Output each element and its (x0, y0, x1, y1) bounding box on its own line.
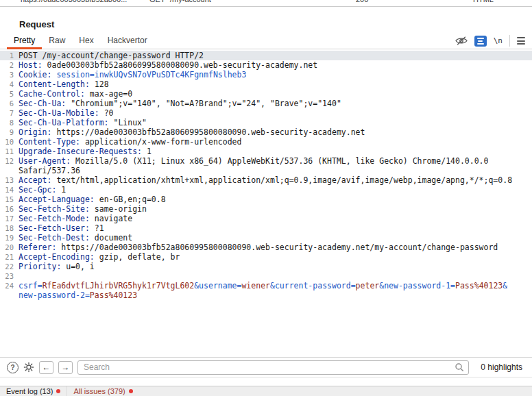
request-line[interactable]: 22Priority: u=0, i (0, 262, 532, 271)
line-number: 13 (0, 175, 19, 185)
line-content: Cache-Control: max-age=0 (19, 89, 132, 99)
request-line[interactable]: 23 (0, 271, 532, 281)
line-content: Priority: u=0, i (19, 262, 95, 271)
all-issues-label: All issues (379) (73, 387, 125, 395)
history-mime: HTML (473, 0, 494, 3)
syntax-view-toggle-icon[interactable] (474, 36, 487, 47)
request-line[interactable]: 14Sec-Gpc: 1 (0, 185, 532, 195)
request-line[interactable]: new-password-2=Pass%40123 (0, 290, 532, 300)
newline-toggle-icon[interactable]: \n (494, 36, 503, 45)
line-content: Upgrade-Insecure-Requests: 1 (19, 147, 152, 156)
line-content: Host: 0ade003003bfb52a8060995800080090.w… (19, 60, 317, 70)
line-content: Cookie: session=inwkUQvSN7oVPuSDTc4KFgnm… (19, 70, 246, 79)
line-content: Sec-Fetch-User: ?1 (19, 223, 104, 233)
line-number: 1 (0, 51, 19, 60)
http-history-row[interactable]: https://0ade003003bfb52a806... GET /my-a… (0, 0, 532, 7)
search-icon (455, 362, 464, 375)
request-line[interactable]: 17Sec-Fetch-Mode: navigate (0, 214, 532, 223)
line-number: 11 (0, 147, 19, 156)
line-number: 8 (0, 118, 19, 127)
line-content: POST /my-account/change-password HTTP/2 (19, 51, 204, 60)
request-line[interactable]: 24csrf=RfEa6dvtfLJhirbVRG5hyk1r7VtgL602&… (0, 281, 532, 290)
request-line[interactable]: 11Upgrade-Insecure-Requests: 1 (0, 147, 532, 156)
request-line[interactable]: 8Sec-Ch-Ua-Platform: "Linux" (0, 118, 532, 127)
tab-hackvertor[interactable]: Hackvertor (101, 33, 154, 49)
line-content: Sec-Gpc: 1 (19, 185, 66, 195)
request-editor[interactable]: 1POST /my-account/change-password HTTP/2… (0, 49, 532, 358)
line-number: 9 (0, 127, 19, 137)
line-number: 12 (0, 156, 19, 166)
request-line[interactable]: 19Sec-Fetch-Dest: document (0, 233, 532, 243)
line-content: Content-Type: application/x-www-form-url… (19, 137, 241, 147)
line-content: Sec-Fetch-Site: same-origin (19, 204, 147, 214)
request-line[interactable]: 16Sec-Fetch-Site: same-origin (0, 204, 532, 214)
request-line[interactable]: 15Accept-Language: en-GB,en;q=0.8 (0, 195, 532, 204)
line-number (0, 290, 19, 300)
line-content: Content-Length: 128 (19, 79, 109, 89)
line-number: 23 (0, 271, 19, 281)
search-input[interactable] (77, 360, 469, 375)
line-content: Origin: https://0ade003003bfb52a80609958… (19, 127, 365, 137)
request-tabbar: PrettyRawHexHackvertor \n (0, 32, 532, 49)
hide-eye-icon[interactable] (455, 36, 468, 46)
line-content: Accept-Language: en-GB,en;q=0.8 (19, 195, 166, 204)
tab-hex[interactable]: Hex (72, 33, 100, 49)
event-log-tab[interactable]: Event log (13) (0, 386, 67, 396)
line-number: 15 (0, 195, 19, 204)
editor-menu-icon[interactable] (517, 37, 525, 45)
request-line[interactable]: 12User-Agent: Mozilla/5.0 (X11; Linux x8… (0, 156, 532, 166)
line-number (0, 166, 19, 175)
request-line[interactable]: 5Cache-Control: max-age=0 (0, 89, 532, 99)
line-number: 17 (0, 214, 19, 223)
gear-icon[interactable] (23, 362, 34, 373)
status-bar: Event log (13) All issues (379) (0, 386, 532, 396)
tab-pretty[interactable]: Pretty (7, 33, 42, 49)
search-field-wrap (77, 360, 469, 375)
request-line[interactable]: 20Referer: https://0ade003003bfb52a80609… (0, 243, 532, 252)
line-content: User-Agent: Mozilla/5.0 (X11; Linux x86_… (19, 156, 488, 166)
request-line[interactable]: 13Accept: text/html,application/xhtml+xm… (0, 175, 532, 185)
help-icon[interactable]: ? (7, 362, 19, 373)
line-number: 14 (0, 185, 19, 195)
line-number: 21 (0, 252, 19, 262)
line-number: 18 (0, 223, 19, 233)
event-log-label: Event log (13) (6, 387, 53, 395)
line-content: Accept-Encoding: gzip, deflate, br (19, 252, 180, 262)
line-content: Accept: text/html,application/xhtml+xml,… (19, 175, 512, 185)
line-number: 5 (0, 89, 19, 99)
line-number: 16 (0, 204, 19, 214)
tab-raw[interactable]: Raw (42, 33, 72, 49)
all-issues-tab[interactable]: All issues (379) (67, 386, 138, 396)
request-line[interactable]: 10Content-Type: application/x-www-form-u… (0, 137, 532, 147)
line-number: 6 (0, 99, 19, 108)
line-number: 24 (0, 281, 19, 290)
request-line[interactable]: 21Accept-Encoding: gzip, deflate, br (0, 252, 532, 262)
request-line[interactable]: 7Sec-Ch-Ua-Mobile: ?0 (0, 108, 532, 118)
request-tabs: PrettyRawHexHackvertor (7, 33, 154, 49)
editor-search-bar: ? ← → 0 highlights (0, 357, 532, 378)
line-content: Safari/537.36 (19, 166, 80, 175)
event-log-alert-dot (56, 389, 60, 393)
line-number: 4 (0, 79, 19, 89)
request-line[interactable]: 4Content-Length: 128 (0, 79, 532, 89)
all-issues-alert-dot (129, 389, 133, 393)
line-number: 2 (0, 60, 19, 70)
highlights-count: 0 highlights (481, 362, 522, 372)
request-line[interactable]: 6Sec-Ch-Ua: "Chromium";v="140", "Not=A?B… (0, 99, 532, 108)
line-number: 7 (0, 108, 19, 118)
request-line[interactable]: 9Origin: https://0ade003003bfb52a8060995… (0, 127, 532, 137)
request-line[interactable]: 1POST /my-account/change-password HTTP/2 (0, 51, 532, 60)
history-path: /my-account (170, 0, 211, 3)
page-title: Request (19, 19, 54, 29)
search-next-button[interactable]: → (58, 361, 73, 374)
line-content: Sec-Ch-Ua-Mobile: ?0 (19, 108, 113, 118)
history-method: GET (149, 0, 165, 3)
request-line[interactable]: 2Host: 0ade003003bfb52a8060995800080090.… (0, 60, 532, 70)
line-content: Sec-Ch-Ua-Platform: "Linux" (19, 118, 147, 127)
line-content: Sec-Fetch-Mode: navigate (19, 214, 132, 223)
search-prev-button[interactable]: ← (39, 361, 53, 374)
request-line[interactable]: Safari/537.36 (0, 166, 532, 175)
request-line[interactable]: 3Cookie: session=inwkUQvSN7oVPuSDTc4KFgn… (0, 70, 532, 79)
history-status: 200 (356, 0, 368, 3)
request-line[interactable]: 18Sec-Fetch-User: ?1 (0, 223, 532, 233)
